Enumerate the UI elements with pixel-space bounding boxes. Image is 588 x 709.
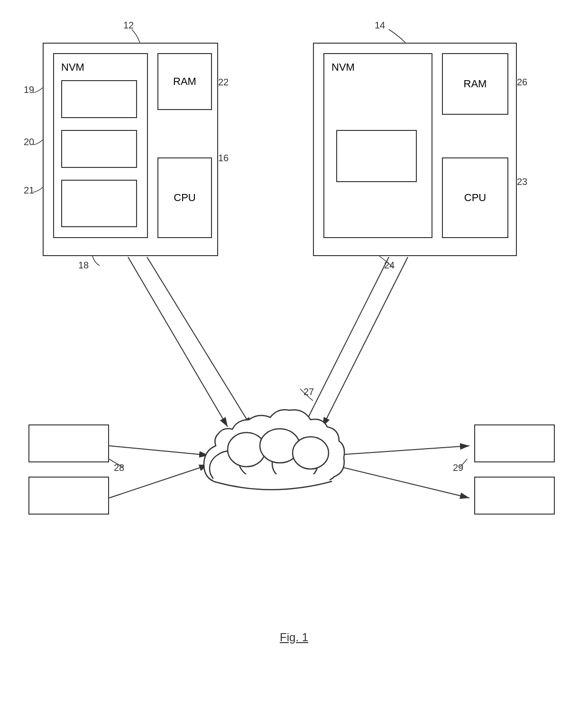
server1-cpu-label: CPU	[174, 192, 195, 204]
ref-26: 26	[517, 77, 527, 88]
ref-29: 29	[453, 462, 463, 473]
ref-23: 23	[517, 176, 527, 187]
net-box-right-bottom	[474, 477, 555, 515]
ref-24: 24	[384, 260, 395, 271]
server2-nvm-label: NVM	[331, 61, 355, 74]
server2-cpu-box: CPU	[442, 157, 508, 238]
server1-ram-box: RAM	[157, 53, 212, 110]
net-box-left-top	[28, 424, 109, 462]
server1-cpu-box: CPU	[157, 157, 212, 238]
ref-12: 12	[123, 20, 134, 31]
server2-nvm-box: NVM	[323, 53, 432, 238]
svg-point-15	[293, 437, 329, 469]
diagram-container: NVM RAM CPU NVM RAM CPU	[0, 0, 588, 709]
server1-box: NVM RAM CPU	[43, 43, 218, 256]
server1-nvm-box: NVM	[53, 53, 148, 238]
fig-caption: Fig. 1	[237, 631, 351, 644]
ref-20: 20	[24, 137, 34, 147]
net-box-right-top	[474, 424, 555, 462]
ref-27: 27	[303, 387, 314, 397]
ref-18: 18	[78, 260, 89, 271]
cloud-shape	[190, 398, 351, 512]
svg-rect-16	[213, 474, 330, 493]
server2-ram-label: RAM	[464, 78, 487, 90]
ref-16: 16	[218, 153, 229, 164]
ref-28: 28	[114, 462, 124, 473]
ref-22: 22	[218, 77, 229, 88]
server2-cpu-label: CPU	[464, 192, 486, 204]
server1-ram-label: RAM	[173, 75, 196, 88]
ref-19: 19	[24, 84, 34, 95]
server2-box: NVM RAM CPU	[313, 43, 517, 256]
server2-ram-box: RAM	[442, 53, 508, 115]
svg-line-8	[332, 446, 469, 455]
svg-line-9	[332, 465, 469, 498]
net-box-left-bottom	[28, 477, 109, 515]
ref-21: 21	[24, 185, 34, 196]
server1-nvm-label: NVM	[61, 61, 84, 74]
ref-14: 14	[375, 20, 385, 31]
